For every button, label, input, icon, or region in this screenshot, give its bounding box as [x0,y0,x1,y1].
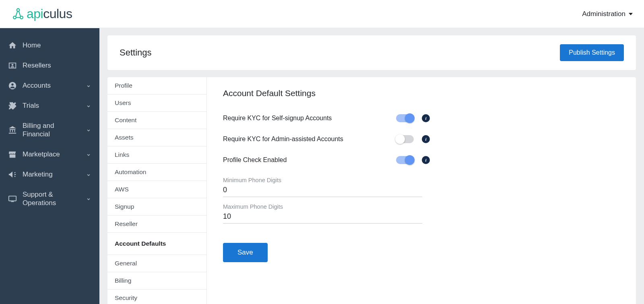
sidebar-item-label: Accounts [23,81,80,90]
svg-point-6 [12,64,14,66]
toggle-knob [405,113,415,123]
settings-nav-links[interactable]: Links [107,146,206,164]
settings-nav-users[interactable]: Users [107,94,206,112]
page-title: Settings [120,47,152,58]
page-header: Settings Publish Settings [107,35,636,70]
logo[interactable]: apiculus [11,6,72,21]
save-button[interactable]: Save [223,243,268,262]
topbar: apiculus Administration [0,0,644,28]
svg-line-3 [16,11,17,16]
settings-nav-signup[interactable]: Signup [107,198,206,216]
home-icon [8,41,17,50]
sidebar-item-label: Home [23,41,91,49]
toggle-switch[interactable] [396,135,414,143]
min-phone-input[interactable] [223,184,422,197]
svg-rect-9 [10,130,11,132]
sidebar-item-billing-and-financial[interactable]: Billing and Financial [0,116,99,144]
svg-rect-11 [14,130,15,132]
sidebar-item-resellers[interactable]: Resellers [0,55,99,76]
chevron-down-icon [86,172,91,177]
settings-nav-reseller[interactable]: Reseller [107,216,206,233]
sidebar-item-trials[interactable]: Trials [0,96,99,116]
max-phone-group: Maximum Phone Digits [223,203,422,224]
settings-nav-account-defaults[interactable]: Account Defaults [107,233,206,255]
main-content: Settings Publish Settings ProfileUsersCo… [99,28,644,304]
marketing-icon [8,170,17,179]
svg-rect-12 [9,196,16,201]
sidebar-item-label: Resellers [23,61,91,70]
caret-down-icon [629,13,633,15]
trial-icon [8,101,17,110]
setting-label: Require KYC for Self-signup Accounts [223,115,396,122]
settings-nav-profile[interactable]: Profile [107,77,206,94]
svg-line-4 [19,11,21,16]
info-icon[interactable]: i [422,135,430,143]
content-panel: Account Default Settings Require KYC for… [207,77,636,304]
setting-row: Profile Check Enabledi [223,156,620,164]
publish-settings-button[interactable]: Publish Settings [560,44,624,61]
sidebar: HomeResellersAccountsTrialsBilling and F… [0,28,99,304]
settings-nav-assets[interactable]: Assets [107,129,206,146]
reseller-icon [8,61,17,70]
settings-nav-security[interactable]: Security [107,290,206,304]
min-phone-label: Minimum Phone Digits [223,177,422,183]
sidebar-item-accounts[interactable]: Accounts [0,76,99,96]
sidebar-item-label: Billing and Financial [23,121,80,139]
setting-row: Require KYC for Admin-assisted Accountsi [223,135,620,143]
toggle-knob [405,155,415,165]
setting-label: Require KYC for Admin-assisted Accounts [223,136,396,143]
max-phone-input[interactable] [223,211,422,224]
svg-point-8 [11,84,14,86]
settings-nav-automation[interactable]: Automation [107,164,206,181]
logo-text: apiculus [27,6,72,21]
settings-nav-content[interactable]: Content [107,112,206,129]
chevron-down-icon [86,127,91,133]
svg-point-0 [13,16,16,19]
toggle-switch[interactable] [396,156,414,164]
chevron-down-icon [86,103,91,109]
chevron-down-icon [86,152,91,157]
info-icon[interactable]: i [422,156,430,164]
min-phone-group: Minimum Phone Digits [223,177,422,197]
billing-icon [8,125,17,134]
content-row: ProfileUsersContentAssetsLinksAutomation… [107,77,636,304]
account-icon [8,81,17,90]
toggle-knob [395,134,405,144]
sidebar-item-home[interactable]: Home [0,35,99,55]
marketplace-icon [8,150,17,159]
svg-rect-10 [12,130,13,132]
sidebar-item-marketing[interactable]: Marketing [0,164,99,185]
info-icon[interactable]: i [422,114,430,122]
settings-subnav: ProfileUsersContentAssetsLinksAutomation… [107,77,207,304]
sidebar-item-label: Support & Operations [23,190,80,207]
administration-label: Administration [582,10,625,18]
settings-nav-aws[interactable]: AWS [107,181,206,198]
max-phone-label: Maximum Phone Digits [223,203,422,210]
svg-point-1 [20,16,23,19]
svg-point-2 [17,8,20,11]
sidebar-item-marketplace[interactable]: Marketplace [0,144,99,164]
chevron-down-icon [86,196,91,201]
toggle-switch[interactable] [396,114,414,122]
panel-title: Account Default Settings [223,88,620,98]
support-icon [8,194,17,203]
sidebar-item-label: Trials [23,101,80,110]
sidebar-item-label: Marketplace [23,150,80,158]
logo-icon [11,7,25,21]
save-row: Save [223,243,620,262]
sidebar-item-label: Marketing [23,170,80,179]
chevron-down-icon [86,83,91,88]
setting-label: Profile Check Enabled [223,156,396,164]
settings-nav-general[interactable]: General [107,255,206,272]
administration-dropdown[interactable]: Administration [582,10,633,18]
sidebar-item-support-operations[interactable]: Support & Operations [0,185,99,213]
setting-row: Require KYC for Self-signup Accountsi [223,114,620,122]
settings-nav-billing[interactable]: Billing [107,272,206,290]
